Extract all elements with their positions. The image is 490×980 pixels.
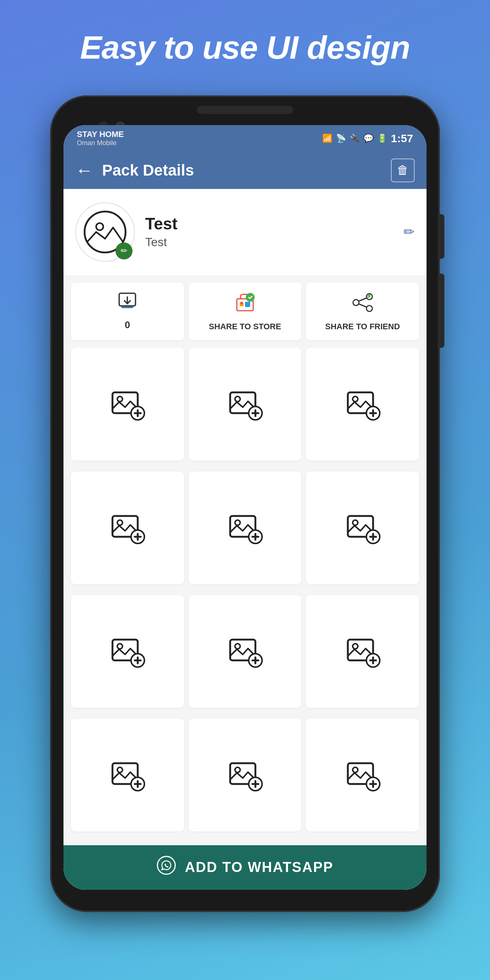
sticker-cell-11[interactable] (189, 719, 302, 832)
action-row: 0 (64, 275, 426, 348)
page-title: Pack Details (102, 161, 382, 179)
share-friend-label: SHARE TO FRIEND (325, 322, 400, 331)
add-to-whatsapp-label: ADD TO WHATSAPP (185, 859, 333, 875)
status-bar: STAY HOME Oman Mobile 📶 📡 🔌 💬 🔋 1:57 (64, 125, 426, 152)
volume-button (438, 274, 444, 348)
sticker-grid (64, 348, 426, 845)
wifi-icon: 📡 (336, 134, 346, 143)
sticker-cell-1[interactable] (71, 348, 184, 461)
main-content: ✏ Test Test ✏ (64, 189, 426, 890)
svg-point-41 (353, 520, 358, 525)
add-sticker-icon-1 (109, 386, 146, 423)
svg-rect-5 (245, 302, 250, 307)
whatsapp-notif-icon: 💬 (363, 134, 374, 143)
svg-line-12 (359, 304, 366, 307)
sticker-cell-4[interactable] (71, 471, 184, 585)
sticker-cell-3[interactable] (306, 348, 419, 461)
add-sticker-icon-2 (226, 386, 264, 423)
svg-point-71 (353, 767, 358, 773)
svg-point-8 (353, 299, 359, 305)
share-friend-icon: + (352, 291, 374, 318)
download-icon (118, 292, 137, 315)
store-icon (234, 291, 256, 318)
pack-subtitle: Test (145, 235, 393, 249)
delete-button[interactable]: 🗑 (391, 159, 415, 182)
header-text: Easy to use UI design (58, 30, 433, 66)
back-button[interactable]: ← (75, 160, 93, 180)
sticker-cell-2[interactable] (189, 348, 302, 461)
svg-point-26 (353, 396, 358, 402)
pack-edit-button[interactable]: ✏ (404, 224, 415, 240)
add-sticker-icon-6 (344, 509, 381, 546)
svg-point-56 (353, 644, 358, 649)
add-sticker-icon-8 (226, 633, 264, 670)
add-sticker-icon-10 (109, 757, 146, 794)
svg-line-11 (359, 298, 366, 301)
whatsapp-icon (157, 856, 176, 880)
pack-name: Test (145, 215, 393, 233)
pack-info-section: ✏ Test Test ✏ (64, 189, 426, 275)
svg-point-7 (246, 293, 255, 302)
phone-frame: STAY HOME Oman Mobile 📶 📡 🔌 💬 🔋 1:57 ← P… (50, 95, 440, 912)
svg-point-1 (96, 223, 103, 230)
svg-point-61 (117, 767, 123, 773)
svg-point-21 (235, 396, 240, 402)
pack-text-info: Test Test (145, 215, 393, 249)
share-store-card[interactable]: SHARE TO STORE (189, 283, 302, 340)
pencil-icon: ✏ (121, 246, 127, 256)
status-carrier-info: STAY HOME Oman Mobile (77, 130, 124, 147)
svg-point-66 (235, 767, 240, 773)
downloads-count: 0 (125, 319, 130, 331)
sticker-cell-12[interactable] (306, 719, 419, 832)
svg-point-10 (366, 305, 372, 312)
svg-point-36 (235, 520, 240, 525)
pack-thumbnail[interactable]: ✏ (75, 202, 135, 262)
svg-point-75 (158, 856, 175, 874)
sticker-cell-10[interactable] (71, 719, 184, 832)
sticker-cell-9[interactable] (306, 595, 419, 708)
downloads-card[interactable]: 0 (71, 283, 184, 340)
sticker-cell-8[interactable] (189, 595, 302, 708)
phone-mockup: STAY HOME Oman Mobile 📶 📡 🔌 💬 🔋 1:57 ← P… (50, 95, 440, 912)
status-icons: 📶 📡 🔌 💬 🔋 1:57 (322, 132, 413, 145)
signal-icon: 📶 (322, 134, 332, 143)
carrier-name: STAY HOME (77, 130, 124, 139)
add-to-whatsapp-button[interactable]: ADD TO WHATSAPP (64, 845, 426, 890)
app-bar: ← Pack Details 🗑 (64, 152, 426, 189)
svg-point-16 (117, 396, 123, 402)
add-sticker-icon-7 (109, 633, 146, 670)
battery-icon: 🔋 (377, 134, 387, 143)
svg-point-51 (235, 644, 240, 649)
status-time: 1:57 (391, 132, 413, 145)
add-sticker-icon-11 (226, 757, 264, 794)
share-friend-card[interactable]: + SHARE TO FRIEND (306, 283, 419, 340)
usb-icon: 🔌 (350, 134, 360, 143)
share-store-label: SHARE TO STORE (209, 322, 282, 331)
svg-rect-6 (240, 302, 243, 304)
phone-notch (197, 106, 293, 114)
sticker-cell-5[interactable] (189, 471, 302, 585)
add-sticker-icon-12 (344, 757, 381, 794)
svg-text:+: + (367, 295, 369, 298)
svg-point-31 (117, 520, 123, 525)
sticker-cell-6[interactable] (306, 471, 419, 585)
add-sticker-icon-5 (226, 509, 264, 546)
operator-name: Oman Mobile (77, 139, 124, 147)
phone-screen: STAY HOME Oman Mobile 📶 📡 🔌 💬 🔋 1:57 ← P… (64, 125, 426, 890)
trash-icon: 🗑 (397, 163, 409, 177)
add-sticker-icon-3 (344, 386, 381, 423)
power-button (438, 214, 444, 259)
add-sticker-icon-9 (344, 633, 381, 670)
sticker-cell-7[interactable] (71, 595, 184, 708)
edit-badge[interactable]: ✏ (115, 242, 132, 259)
svg-point-46 (117, 644, 123, 649)
add-sticker-icon-4 (109, 509, 146, 546)
